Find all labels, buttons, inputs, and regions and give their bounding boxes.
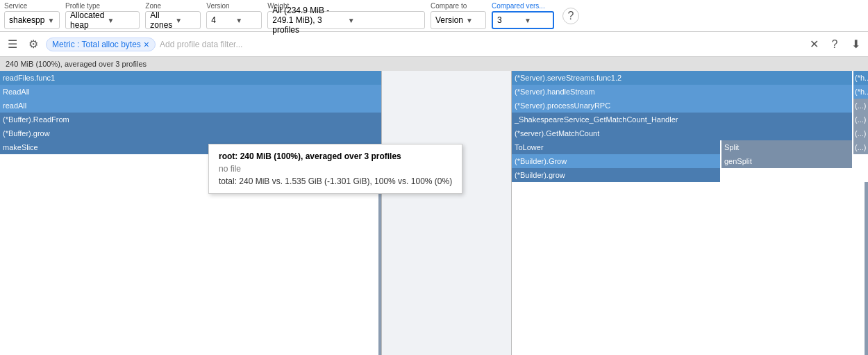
download-icon[interactable]: ⬇ [847, 36, 864, 53]
tooltip-file: no file [219, 164, 452, 174]
flame-row-getmatchcount-handler[interactable]: _ShakespeareService_GetMatchCount_Handle… [512, 113, 852, 126]
compare-to-select[interactable]: Version ▼ [431, 11, 486, 29]
version-label: Version [206, 2, 262, 10]
tooltip-title: root: 240 MiB (100%), averaged over 3 pr… [219, 151, 452, 161]
flame-row-tolower[interactable]: ToLower [512, 140, 720, 154]
compare-to-group: Compare to Version ▼ [431, 2, 486, 29]
flame-right-bar [865, 182, 868, 355]
flame-row-readfiles[interactable]: readFiles.func1 [0, 71, 381, 85]
profile-type-value: Allocated heap [70, 10, 104, 30]
service-group: Service shakespp ▼ [4, 2, 60, 29]
status-bar: 240 MiB (100%), averaged over 3 profiles [0, 57, 868, 71]
main-area: 240 MiB (100%), averaged over 3 profiles… [0, 57, 868, 355]
version-select[interactable]: 4 ▼ [206, 11, 262, 29]
profile-type-label: Profile type [65, 2, 140, 10]
profile-type-arrow-icon: ▼ [107, 17, 135, 24]
version-arrow-icon: ▼ [235, 17, 257, 24]
flame-row-readall[interactable]: readAll [0, 99, 381, 113]
metric-chip[interactable]: Metric : Total alloc bytes × [46, 38, 156, 51]
weight-arrow-icon: ▼ [348, 17, 420, 24]
flame-left: readFiles.func1 ReadAll readAll (*Buffer… [0, 71, 381, 355]
status-text: 240 MiB (100%), averaged over 3 profiles [6, 60, 147, 68]
compared-version-label: Compared vers... [492, 2, 554, 10]
compared-version-value: 3 [497, 15, 521, 25]
zone-select[interactable]: All zones ▼ [145, 11, 201, 29]
flame-row-builder-grow-lower[interactable]: (*Builder).grow [512, 168, 720, 182]
tooltip: root: 240 MiB (100%), averaged over 3 pr… [208, 144, 462, 194]
filter-bar-right: ✕ ? ⬇ [806, 36, 864, 53]
filter-bar: ☰ ⚙ Metric : Total alloc bytes × Add pro… [0, 32, 868, 57]
version-value: 4 [211, 15, 233, 25]
flame-row-processunary-2[interactable]: (...) [853, 99, 868, 113]
service-select[interactable]: shakespp ▼ [4, 11, 60, 29]
flame-row-split-2[interactable]: (...) [853, 140, 868, 154]
weight-select[interactable]: All (234.9 MiB - 249.1 MiB), 3 profiles … [267, 11, 425, 29]
flame-row-gensplit[interactable]: genSplit [721, 154, 852, 168]
compare-to-label: Compare to [431, 2, 486, 10]
flame-row-getmatchcount-handler-2[interactable]: (...) [853, 113, 868, 126]
weight-value: All (234.9 MiB - 249.1 MiB), 3 profiles [272, 6, 344, 35]
zone-arrow-icon: ▼ [175, 17, 196, 24]
flame-row-split[interactable]: Split [721, 140, 852, 154]
center-divider [381, 71, 512, 355]
compared-version-select[interactable]: 3 ▼ [492, 11, 554, 29]
compare-to-value: Version [435, 15, 463, 25]
compare-to-arrow-icon: ▼ [466, 17, 481, 24]
flame-right: (*Server).serveStreams.func1.2 (*h... (*… [512, 71, 868, 355]
flame-row-readall-cap[interactable]: ReadAll [0, 85, 381, 99]
flame-row-handlestream-2[interactable]: (*h... [853, 85, 868, 99]
flame-row-servestreams[interactable]: (*Server).serveStreams.func1.2 [512, 71, 852, 85]
help-filter-icon[interactable]: ? [826, 36, 843, 53]
service-arrow-icon: ▼ [47, 17, 55, 24]
flame-row-handlestream[interactable]: (*Server).handleStream [512, 85, 852, 99]
metric-chip-close[interactable]: × [144, 40, 149, 49]
compared-version-group: Compared vers... 3 ▼ [492, 2, 554, 29]
metric-chip-label: Metric : Total alloc bytes [52, 40, 141, 49]
flame-row-readfrom[interactable]: (*Buffer).ReadFrom [0, 113, 381, 126]
flame-row-servestreams-2[interactable]: (*h... [853, 71, 868, 85]
service-value: shakespp [9, 15, 44, 25]
zone-value: All zones [150, 10, 172, 30]
flame-row-getmatchcount[interactable]: (*server).GetMatchCount [512, 126, 852, 140]
help-icon[interactable]: ? [562, 8, 579, 24]
filter-icon[interactable]: ⚙ [25, 36, 42, 53]
profile-type-select[interactable]: Allocated heap ▼ [65, 11, 140, 29]
weight-group: Weight All (234.9 MiB - 249.1 MiB), 3 pr… [267, 2, 425, 29]
menu-icon[interactable]: ☰ [4, 36, 21, 53]
zone-label: Zone [145, 2, 201, 10]
flame-row-builder-grow[interactable]: (*Builder).Grow [512, 154, 720, 168]
flame-area: readFiles.func1 ReadAll readAll (*Buffer… [0, 71, 868, 355]
zone-group: Zone All zones ▼ [145, 2, 201, 29]
profile-type-group: Profile type Allocated heap ▼ [65, 2, 140, 29]
tooltip-total: total: 240 MiB vs. 1.535 GiB (-1.301 GiB… [219, 176, 452, 186]
version-group: Version 4 ▼ [206, 2, 262, 29]
toolbar: Service shakespp ▼ Profile type Allocate… [0, 0, 868, 32]
flame-row-processunary[interactable]: (*Server).processUnaryRPC [512, 99, 852, 113]
close-icon[interactable]: ✕ [806, 36, 822, 53]
compared-version-arrow-icon: ▼ [524, 17, 549, 24]
service-label: Service [4, 2, 60, 10]
add-filter-placeholder[interactable]: Add profile data filter... [160, 40, 801, 49]
flame-row-grow[interactable]: (*Buffer).grow [0, 126, 381, 140]
flame-row-getmatchcount-2[interactable]: (...) [853, 126, 868, 140]
